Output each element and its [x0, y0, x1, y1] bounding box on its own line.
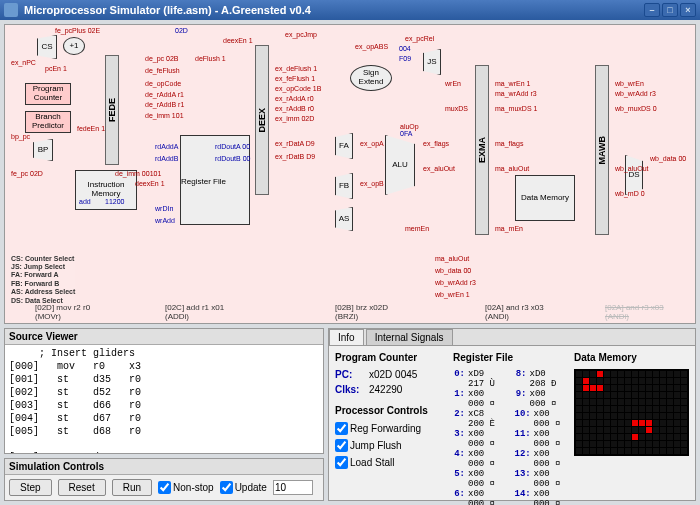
memory-cell — [653, 385, 659, 391]
memory-cell — [611, 378, 617, 384]
minimize-button[interactable]: – — [644, 3, 660, 17]
memory-cell — [597, 385, 603, 391]
memory-cell — [632, 385, 638, 391]
register-row: 13:x00 000 ¤ — [515, 469, 567, 489]
memory-cell — [590, 413, 596, 419]
memory-cell — [604, 427, 610, 433]
memory-cell — [674, 420, 680, 426]
memory-cell — [583, 448, 589, 454]
register-row: 3:x00 000 ¤ — [453, 429, 505, 449]
memory-cell — [681, 371, 687, 377]
memory-cell — [618, 427, 624, 433]
simulation-controls-title: Simulation Controls — [5, 459, 323, 475]
memory-cell — [611, 371, 617, 377]
memory-cell — [653, 441, 659, 447]
memory-cell — [667, 399, 673, 405]
tab-info[interactable]: Info — [329, 329, 364, 345]
memory-cell — [674, 392, 680, 398]
maximize-button[interactable]: □ — [662, 3, 678, 17]
memory-cell — [653, 371, 659, 377]
memory-cell — [576, 448, 582, 454]
fede-stage: FEDE — [105, 55, 119, 165]
memory-cell — [660, 413, 666, 419]
memory-cell — [639, 406, 645, 412]
memory-cell — [646, 378, 652, 384]
memory-cell — [590, 434, 596, 440]
memory-cell — [604, 420, 610, 426]
memory-cell — [646, 441, 652, 447]
memory-cell — [590, 406, 596, 412]
memory-cell — [611, 399, 617, 405]
memory-cell — [625, 378, 631, 384]
memory-cell — [660, 427, 666, 433]
memory-cell — [618, 441, 624, 447]
jump-flush-checkbox[interactable]: Jump Flush — [335, 439, 445, 452]
update-interval-input[interactable] — [273, 480, 313, 495]
memory-cell — [597, 434, 603, 440]
memory-cell — [625, 392, 631, 398]
pipeline-stage-4: [02A] and r3 x03(ANDi) — [605, 303, 664, 321]
memory-cell — [590, 420, 596, 426]
memory-cell — [597, 420, 603, 426]
memory-cell — [583, 413, 589, 419]
memory-cell — [653, 448, 659, 454]
sig-fe_pcPlus: fe_pcPlus 02E — [55, 27, 100, 34]
processor-controls-header: Processor Controls — [335, 405, 445, 416]
register-file-grid: 0:xD9 217 Ù8:xD0 208 Ð1:x00 000 ¤9:x00 0… — [453, 369, 566, 505]
ds-mux: DS — [625, 155, 643, 195]
run-button[interactable]: Run — [112, 479, 152, 496]
register-row: 0:xD9 217 Ù — [453, 369, 505, 389]
memory-cell — [625, 434, 631, 440]
program-counter-header: Program Counter — [335, 352, 445, 363]
step-button[interactable]: Step — [9, 479, 52, 496]
memory-cell — [639, 427, 645, 433]
memory-cell — [639, 420, 645, 426]
memory-cell — [660, 448, 666, 454]
cpu-diagram: CS +1 Program Counter Branch Predictor B… — [4, 24, 696, 324]
memory-cell — [681, 427, 687, 433]
memory-cell — [674, 399, 680, 405]
reset-button[interactable]: Reset — [58, 479, 106, 496]
source-listing[interactable]: ; Insert gliders [000] mov r0 x3 [001] s… — [5, 345, 323, 453]
info-panel: Info Internal Signals Program Counter PC… — [328, 328, 696, 501]
memory-cell — [639, 413, 645, 419]
nonstop-checkbox[interactable]: Non-stop — [158, 481, 214, 494]
memory-cell — [576, 434, 582, 440]
memory-cell — [597, 406, 603, 412]
memory-cell — [583, 392, 589, 398]
memory-cell — [667, 406, 673, 412]
close-button[interactable]: × — [680, 3, 696, 17]
memory-cell — [576, 371, 582, 377]
memory-cell — [576, 413, 582, 419]
load-stall-checkbox[interactable]: Load Stall — [335, 456, 445, 469]
data-memory-block: Data Memory — [515, 175, 575, 221]
memory-cell — [597, 392, 603, 398]
memory-cell — [639, 434, 645, 440]
memory-cell — [681, 378, 687, 384]
memory-cell — [576, 378, 582, 384]
memory-cell — [618, 371, 624, 377]
memory-cell — [632, 413, 638, 419]
tab-internal-signals[interactable]: Internal Signals — [366, 329, 453, 345]
memory-cell — [667, 427, 673, 433]
memory-cell — [618, 406, 624, 412]
memory-cell — [667, 392, 673, 398]
memory-cell — [618, 420, 624, 426]
reg-forwarding-checkbox[interactable]: Reg Forwarding — [335, 422, 445, 435]
memory-cell — [646, 427, 652, 433]
memory-cell — [681, 448, 687, 454]
memory-cell — [597, 371, 603, 377]
memory-cell — [667, 385, 673, 391]
memory-cell — [681, 413, 687, 419]
memory-cell — [646, 448, 652, 454]
update-checkbox[interactable]: Update — [220, 481, 267, 494]
memory-cell — [583, 441, 589, 447]
memory-cell — [653, 378, 659, 384]
fa-mux: FA — [335, 133, 353, 159]
memory-cell — [604, 441, 610, 447]
data-memory-header: Data Memory — [574, 352, 689, 363]
memory-cell — [674, 385, 680, 391]
memory-cell — [653, 434, 659, 440]
memory-cell — [632, 441, 638, 447]
memory-cell — [674, 434, 680, 440]
